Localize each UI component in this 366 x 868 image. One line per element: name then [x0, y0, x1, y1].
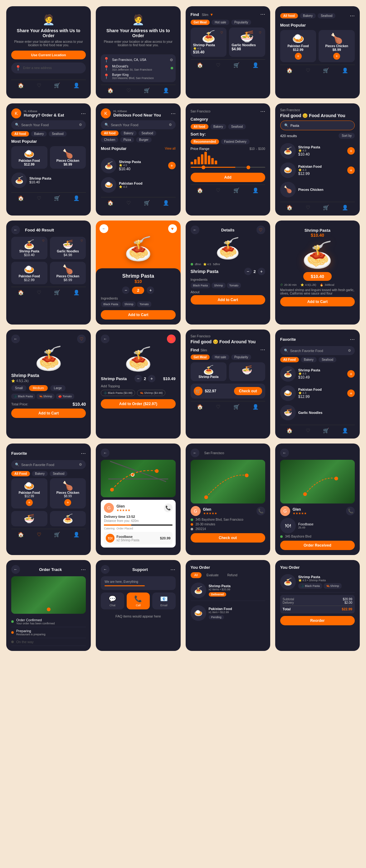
add-food2-btn[interactable]: +	[333, 53, 340, 60]
heart-icon[interactable]: ♡	[126, 200, 131, 206]
add-food-btn[interactable]: +	[168, 162, 176, 169]
profile-icon[interactable]: 👤	[342, 67, 348, 73]
search-value[interactable]: Pasta	[291, 124, 299, 127]
sort-recommended[interactable]: Recommended	[191, 139, 219, 144]
sort-btn[interactable]: Sort by	[338, 133, 355, 139]
heart-icon[interactable]: ♡	[37, 195, 41, 201]
cart-nav-icon[interactable]: 🛒	[144, 200, 150, 206]
tab-bakery[interactable]: Bakery	[300, 13, 316, 19]
heart-icon[interactable]: ♡	[306, 67, 310, 73]
tab-seafood[interactable]: Seafood	[318, 13, 335, 19]
add-food1-btn[interactable]: +	[26, 499, 33, 506]
cart-nav-icon[interactable]: 🛒	[54, 532, 60, 537]
heart-icon[interactable]: ♡	[216, 187, 220, 193]
cart-nav-icon[interactable]: 🛒	[144, 88, 150, 93]
call-btn[interactable]: 📞	[257, 507, 265, 515]
range-thumb-right[interactable]	[246, 165, 250, 169]
back-button[interactable]: ←	[101, 448, 109, 457]
decrease-btn[interactable]: −	[134, 375, 142, 382]
tab-get-meal[interactable]: Get Meal	[191, 354, 210, 360]
tab-get-meal[interactable]: Get Meal	[191, 20, 210, 25]
tab-bakery[interactable]: Bakery	[301, 357, 317, 362]
tab-allfood[interactable]: All food	[280, 13, 298, 19]
search-input[interactable]: 🔍 Search Your Food ⚙	[101, 120, 175, 129]
checkout-btn[interactable]: Check out	[234, 387, 262, 395]
heart-food1[interactable]: ♡	[219, 29, 225, 36]
tab-allfood[interactable]: All Food	[11, 471, 30, 476]
checkout-btn[interactable]: Check out	[191, 533, 265, 542]
cart-nav-icon[interactable]: 🛒	[54, 195, 60, 201]
heart-icon[interactable]: ♡	[306, 205, 310, 211]
tab-all[interactable]: All	[191, 572, 202, 578]
add-to-cart-btn[interactable]: Add to Cart	[191, 295, 265, 305]
tab-pizza[interactable]: Pizza	[120, 137, 134, 143]
home-icon[interactable]: 🏠	[107, 88, 113, 93]
address-input[interactable]: Enter a new address	[23, 66, 52, 70]
heart-food2[interactable]: ♡	[79, 238, 85, 244]
increase-btn[interactable]: +	[147, 286, 154, 294]
sort-fastest[interactable]: Fastest Delivery	[221, 139, 249, 144]
decrease-btn[interactable]: −	[244, 268, 252, 275]
tab-bakery[interactable]: Bakery	[32, 471, 48, 476]
add-filter-btn[interactable]: Add	[191, 173, 265, 182]
tab-bakery[interactable]: Bakery	[210, 124, 226, 129]
heart-food2[interactable]: ♡	[257, 29, 263, 36]
home-icon[interactable]: 🏠	[18, 289, 24, 296]
home-icon[interactable]: 🏠	[107, 200, 113, 206]
reorder-btn[interactable]: Reorder	[280, 616, 355, 625]
add-result1-btn[interactable]: +	[347, 147, 355, 155]
heart-button[interactable]: ♡	[257, 225, 265, 234]
tab-allfood[interactable]: All food	[11, 131, 29, 136]
back-button[interactable]: ←	[101, 335, 109, 343]
back-button[interactable]: ←	[11, 565, 20, 574]
heart-icon[interactable]: ♡	[37, 532, 41, 537]
heart-icon[interactable]: ♡	[216, 62, 220, 68]
cart-nav-icon[interactable]: 🛒	[233, 404, 240, 410]
size-large[interactable]: Large	[50, 385, 66, 391]
size-small[interactable]: Small	[11, 385, 27, 391]
profile-icon[interactable]: 👤	[163, 88, 169, 93]
tab-chicken[interactable]: Chicken	[101, 137, 118, 143]
tab-burger[interactable]: Burger	[136, 137, 152, 143]
back-button[interactable]: ←	[11, 335, 20, 343]
increase-btn[interactable]: +	[148, 375, 155, 382]
use-location-button[interactable]: Use Current Location	[11, 51, 86, 59]
tab-allfood[interactable]: All Food	[280, 357, 299, 362]
view-all-link[interactable]: View all	[165, 147, 175, 150]
home-icon[interactable]: 🏠	[18, 195, 24, 201]
add-result2-btn[interactable]: +	[347, 166, 355, 174]
home-icon[interactable]: 🏠	[197, 62, 203, 68]
profile-icon[interactable]: 👤	[73, 83, 79, 88]
topping2[interactable]: 🦐 Shrimp ($3.99)	[137, 390, 165, 396]
back-button[interactable]: ←	[191, 448, 199, 457]
search-pasta-input[interactable]: 🔍 Pasta	[280, 121, 355, 130]
call-btn[interactable]: 📞	[164, 503, 172, 512]
heart-icon[interactable]: ♡	[126, 88, 131, 93]
decrease-btn[interactable]: −	[122, 286, 130, 294]
heart-icon[interactable]: ♡	[37, 289, 41, 296]
back-button[interactable]: ←	[101, 565, 109, 574]
heart-icon[interactable]: ♡	[306, 428, 310, 434]
profile-icon[interactable]: 👤	[342, 205, 348, 211]
tab-hot-sale[interactable]: Hot sale	[211, 354, 229, 360]
tab-popularity[interactable]: Popularity	[231, 20, 251, 25]
price-slider[interactable]	[191, 167, 265, 168]
add-fav2-btn[interactable]: +	[347, 390, 355, 397]
call-btn[interactable]: 📞	[346, 507, 355, 515]
cart-nav-icon[interactable]: 🛒	[233, 187, 240, 193]
location-2[interactable]: McDonald's	[112, 65, 152, 68]
tab-refund[interactable]: Refund	[224, 572, 241, 578]
back-button[interactable]: ←	[100, 224, 108, 233]
cart-nav-icon[interactable]: 🛒	[323, 428, 329, 434]
cart-nav-icon[interactable]: 🛒	[323, 205, 329, 211]
home-icon[interactable]: 🏠	[197, 187, 203, 193]
tab-hot-sale[interactable]: Hot sale	[211, 20, 229, 25]
tab-bakery[interactable]: Bakery	[121, 130, 136, 136]
search-input[interactable]: 🔍 Search Your Food ⚙	[11, 120, 86, 129]
home-icon[interactable]: 🏠	[287, 67, 293, 73]
size-medium[interactable]: Medium	[29, 385, 48, 391]
heart-button[interactable]: ♡	[77, 335, 86, 343]
tab-evaluate[interactable]: Evaluate	[203, 572, 223, 578]
cart-nav-icon[interactable]: 🛒	[323, 67, 329, 73]
home-icon[interactable]: 🏠	[197, 404, 203, 410]
